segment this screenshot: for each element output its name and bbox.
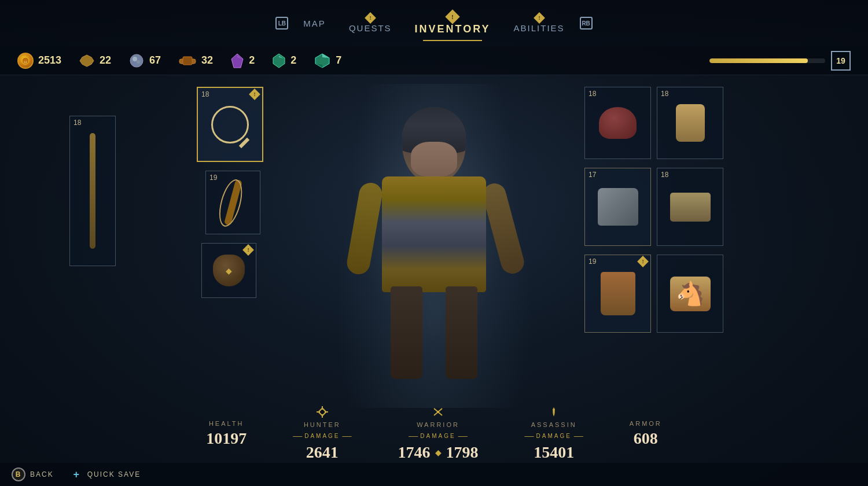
slot-boots[interactable]: 19 [584, 255, 651, 333]
slot-staff-level: 18 [73, 119, 81, 127]
warrior-icon [432, 406, 444, 418]
warrior-stat: WARRIOR DAMAGE 1746 ◆ 1798 [398, 406, 479, 462]
slot-horse[interactable]: 🐴 [657, 255, 723, 333]
back-label: BACK [30, 470, 54, 478]
wood-icon [178, 55, 197, 67]
coins-count: 2513 [38, 54, 61, 67]
ore-icon [128, 53, 145, 69]
gem3-resource: 7 [314, 53, 341, 69]
stats-bar: HEALTH 10197 HUNTER DAMAGE 2641 [0, 405, 868, 463]
level-badge: 19 [831, 51, 851, 71]
quests-diamond-icon [365, 12, 376, 24]
hides-resource: 22 [79, 53, 111, 69]
wood-resource: 32 [178, 54, 213, 67]
assassin-icon [548, 406, 560, 418]
hides-count: 22 [100, 54, 111, 67]
armor-label: ARMOR [630, 420, 662, 427]
hunter-stat: HUNTER DAMAGE 2641 [293, 406, 351, 462]
slot-staff-item [77, 139, 109, 244]
gem3-count: 7 [336, 54, 341, 67]
gem3-icon [314, 53, 331, 69]
hunter-sublabel: DAMAGE [304, 433, 340, 439]
svg-point-4 [137, 60, 140, 64]
warrior-arrow: ◆ [435, 448, 442, 458]
warrior-value: 1746 ◆ 1798 [398, 443, 479, 462]
assassin-sublabel: DAMAGE [536, 433, 572, 439]
nav-item-map[interactable]: Map [292, 14, 337, 33]
assassin-separator: DAMAGE [525, 430, 583, 441]
slot-belt[interactable]: 18 [657, 168, 723, 246]
nav-item-inventory[interactable]: Inventory [403, 7, 502, 40]
action-bar: B BACK + QUICK SAVE [0, 463, 868, 486]
quicksave-action[interactable]: + QUICK SAVE [71, 469, 141, 480]
nav-item-abilities[interactable]: Abilities [502, 9, 576, 38]
ore-count: 67 [149, 54, 161, 67]
top-navigation: LB Map Quests Inventory Abilities RB [0, 0, 868, 46]
warrior-value-old: 1746 [398, 443, 431, 462]
slot-chest-level: 17 [589, 171, 596, 179]
main-content: 18 18 19 18 18 [0, 75, 868, 486]
health-value: 10197 [206, 429, 247, 448]
back-action[interactable]: B BACK [12, 467, 54, 481]
slot-staff[interactable]: 18 [69, 116, 116, 266]
svg-rect-6 [183, 57, 192, 65]
character-legs [388, 286, 480, 385]
assassin-value: 15401 [534, 443, 574, 462]
gem2-icon [272, 53, 286, 69]
character-display [284, 75, 584, 417]
slot-boots-item [595, 267, 641, 321]
wood-count: 32 [201, 54, 213, 67]
slot-weapon-main-level: 18 [201, 90, 209, 98]
slot-helmet-level: 18 [589, 90, 596, 98]
slot-chest-item [595, 180, 641, 234]
health-label: HEALTH [209, 420, 244, 427]
lb-button[interactable]: LB [275, 17, 288, 30]
svg-rect-20 [437, 411, 439, 413]
slot-chest[interactable]: 17 [584, 168, 651, 246]
slot-bracer-item [667, 98, 713, 148]
svg-text:ω: ω [24, 59, 27, 64]
b-button[interactable]: B [12, 467, 25, 481]
slot-weapon-main-exclaim [251, 90, 259, 101]
character-silhouette [318, 84, 550, 408]
armor-value: 608 [634, 429, 658, 448]
slot-helmet-item [595, 98, 641, 148]
plus-button[interactable]: + [71, 469, 83, 480]
slot-pouch-item [210, 252, 248, 289]
gem2-count: 2 [290, 54, 296, 67]
warrior-value-new: 1798 [446, 443, 479, 462]
slot-pouch[interactable] [201, 243, 256, 298]
svg-point-2 [130, 54, 143, 67]
hide-icon [79, 53, 95, 69]
slot-weapon-main[interactable]: 18 [197, 87, 263, 162]
slot-bracer[interactable]: 18 [657, 87, 723, 159]
assassin-stat: ASSASSIN DAMAGE 15401 [525, 406, 583, 462]
health-stat: HEALTH 10197 [206, 420, 247, 448]
character-face [411, 142, 457, 176]
slot-helmet[interactable]: 18 [584, 87, 651, 159]
hunter-value: 2641 [306, 443, 339, 462]
warrior-label: WARRIOR [417, 421, 459, 428]
character-leg-right [446, 286, 477, 379]
slot-boots-exclaim [639, 257, 647, 268]
ore-resource: 67 [128, 53, 161, 69]
xp-bar-container: 19 [709, 51, 851, 71]
warrior-separator: DAMAGE [409, 430, 467, 441]
character-torso [382, 176, 486, 292]
rb-button[interactable]: RB [580, 17, 593, 30]
svg-point-3 [133, 57, 137, 61]
nav-item-quests[interactable]: Quests [337, 9, 403, 38]
quicksave-label: QUICK SAVE [87, 470, 141, 478]
hunter-label: HUNTER [304, 421, 341, 428]
gem1-count: 2 [249, 54, 255, 67]
slot-weapon-bow-item [214, 181, 252, 224]
character-head [402, 107, 466, 182]
slot-boots-level: 19 [589, 257, 596, 266]
character-leg-left [391, 286, 422, 379]
slot-belt-item [667, 180, 713, 234]
armor-stat: ARMOR 608 [630, 420, 662, 448]
gem2-resource: 2 [272, 53, 296, 69]
slot-pouch-exclaim [244, 246, 252, 256]
inventory-diamond-icon [445, 9, 459, 24]
slot-weapon-bow[interactable]: 19 [205, 171, 260, 234]
